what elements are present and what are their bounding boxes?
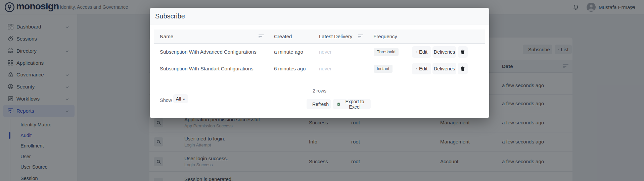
page-size-dropdown[interactable]: All ▼ <box>173 94 188 103</box>
subscription-row: Subscription With Advanced Configuration… <box>154 44 485 60</box>
edit-pencil-icon <box>416 66 417 71</box>
subscription-latest-delivery: never <box>319 44 332 60</box>
subscription-created: 6 minutes ago <box>274 60 306 77</box>
subscribe-modal: Subscribe Name Created Latest Delivery F… <box>150 8 489 118</box>
deliveries-button[interactable]: Deliveries <box>432 46 456 58</box>
trash-icon <box>460 49 465 55</box>
subscription-row: Subscription With Standart Configuration… <box>154 60 485 77</box>
export-to-excel-button[interactable]: x Export to Excel <box>333 99 371 109</box>
name-column-header[interactable]: Name <box>160 29 173 44</box>
subscription-name: Subscription With Standart Configuration… <box>160 60 253 77</box>
modal-title: Subscribe <box>155 8 185 24</box>
row-count-text: 2 rows <box>150 88 489 94</box>
frequency-column-header[interactable]: Frequency <box>373 29 397 44</box>
modal-header: Subscribe <box>150 8 489 24</box>
subscriptions-table-header: Name Created Latest Delivery Frequency <box>154 29 485 44</box>
latest-delivery-column-header[interactable]: Latest Delivery <box>319 29 352 44</box>
subscription-name: Subscription With Advanced Configuration… <box>160 44 257 60</box>
subscription-created: a minute ago <box>274 44 303 60</box>
frequency-badge: Threshold <box>374 48 399 56</box>
created-column-header[interactable]: Created <box>274 29 292 44</box>
subscription-latest-delivery: never <box>319 60 332 77</box>
edit-subscription-button[interactable]: Edit <box>412 63 431 74</box>
excel-file-icon: x <box>337 102 340 107</box>
trash-icon <box>460 66 465 71</box>
refresh-button[interactable]: Refresh <box>307 99 331 109</box>
show-label: Show <box>160 98 172 103</box>
svg-text:x: x <box>338 103 339 105</box>
delete-subscription-button[interactable] <box>458 63 468 74</box>
caret-down-icon: ▼ <box>182 98 185 101</box>
edit-subscription-button[interactable]: Edit <box>412 46 431 58</box>
frequency-badge: Instant <box>374 65 393 73</box>
latest-delivery-sort-icon[interactable] <box>358 35 364 39</box>
name-sort-icon[interactable] <box>259 35 264 39</box>
delete-subscription-button[interactable] <box>458 46 468 58</box>
edit-pencil-icon <box>416 49 417 55</box>
deliveries-button[interactable]: Deliveries <box>432 63 456 74</box>
